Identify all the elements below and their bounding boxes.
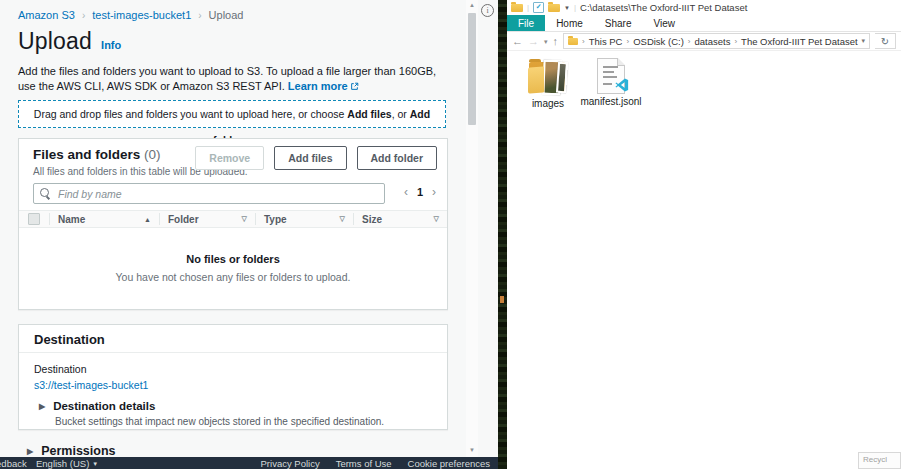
cookie-preferences-link[interactable]: Cookie preferences <box>408 458 490 469</box>
expand-arrow-icon: ▶ <box>27 447 33 456</box>
up-button[interactable]: ↑ <box>553 36 559 47</box>
back-button[interactable]: ← <box>512 36 523 47</box>
folder-icon <box>568 38 578 45</box>
images-folder-icon <box>526 58 570 96</box>
dropzone[interactable]: Drag and drop files and folders you want… <box>18 100 446 128</box>
window-title: C:\datasets\The Oxford-IIIT Pet Dataset <box>580 2 747 13</box>
prev-page-button[interactable]: ‹ <box>404 185 408 199</box>
item-label: manifest.jsonl <box>579 96 643 107</box>
s3-console-pane: Amazon S3 › test-images-bucket1 › Upload… <box>0 0 498 469</box>
vscode-icon <box>615 78 629 92</box>
customize-toolbar-icon[interactable]: ▼ <box>564 5 570 11</box>
filter-icon: ▽ <box>340 215 345 223</box>
sort-asc-icon: ▲ <box>144 216 151 223</box>
breadcrumb-current: Upload <box>209 9 244 21</box>
ribbon-tabs: File Home Share View <box>507 15 901 32</box>
filter-icon: ▽ <box>242 215 247 223</box>
empty-state-title: No files or folders <box>19 253 447 265</box>
tab-view[interactable]: View <box>643 15 687 31</box>
breadcrumb-bucket[interactable]: test-images-bucket1 <box>92 9 191 21</box>
page-title: Upload <box>18 28 92 55</box>
column-name[interactable]: Name ▲ <box>49 213 159 225</box>
feedback-link[interactable]: Feedback <box>0 458 27 469</box>
crumb-datasets[interactable]: datasets <box>695 36 731 47</box>
pagination: ‹ 1 › <box>404 185 436 199</box>
select-all-checkbox[interactable] <box>28 213 40 225</box>
page-number[interactable]: 1 <box>417 186 423 198</box>
destination-bucket-link[interactable]: s3://test-images-bucket1 <box>34 379 148 391</box>
info-circle-icon[interactable]: i <box>481 4 494 17</box>
file-explorer-window: | ✓ ▼ | C:\datasets\The Oxford-IIIT Pet … <box>507 0 901 469</box>
breadcrumb-separator: › <box>198 10 201 21</box>
recent-locations-icon[interactable]: ▾ <box>544 38 548 45</box>
list-item[interactable]: manifest.jsonl <box>579 58 643 107</box>
explorer-title-bar: | ✓ ▼ | C:\datasets\The Oxford-IIIT Pet … <box>507 0 901 15</box>
privacy-policy-link[interactable]: Privacy Policy <box>261 458 320 469</box>
external-link-icon <box>350 80 359 95</box>
screen: Amazon S3 › test-images-bucket1 › Upload… <box>0 0 901 469</box>
address-bar: ← → ▾ ↑ › This PC › OSDisk (C:) › datase… <box>507 32 901 51</box>
next-page-button[interactable]: › <box>432 185 436 199</box>
search-input[interactable] <box>33 183 385 204</box>
tab-home[interactable]: Home <box>545 15 594 31</box>
desktop-wallpaper-strip <box>498 0 507 469</box>
caret-down-icon: ▼ <box>92 461 98 467</box>
terms-of-use-link[interactable]: Terms of Use <box>336 458 392 469</box>
search-icon <box>40 188 49 197</box>
scrollbar[interactable]: ▲ ▼ <box>466 0 478 457</box>
address-path[interactable]: › This PC › OSDisk (C:) › datasets › The… <box>563 33 870 49</box>
tab-share[interactable]: Share <box>594 15 643 31</box>
expand-arrow-icon: ▶ <box>39 402 45 411</box>
wallpaper-detail <box>500 296 504 303</box>
tab-file[interactable]: File <box>507 15 545 31</box>
language-selector[interactable]: English (US)▼ <box>36 458 98 469</box>
add-folder-button[interactable]: Add folder <box>357 146 438 170</box>
breadcrumb-separator: › <box>82 10 85 21</box>
scroll-up-arrow[interactable]: ▲ <box>466 2 478 8</box>
new-folder-quick-access-icon[interactable] <box>548 4 560 12</box>
list-item[interactable]: images <box>519 58 577 109</box>
crumb-current-folder[interactable]: The Oxford-IIIT Pet Dataset <box>741 36 858 47</box>
add-files-button[interactable]: Add files <box>274 146 346 170</box>
crumb-osdisk[interactable]: OSDisk (C:) <box>633 36 684 47</box>
scroll-down-arrow[interactable]: ▼ <box>466 447 478 453</box>
column-type[interactable]: Type ▽ <box>255 213 353 225</box>
destination-details-note: Bucket settings that impact new objects … <box>55 416 384 427</box>
scrollbar-thumb[interactable] <box>468 13 476 125</box>
remove-button[interactable]: Remove <box>195 146 264 170</box>
refresh-button[interactable]: ↻ <box>875 33 896 49</box>
recycle-bin-fragment[interactable]: Recycl <box>858 452 901 469</box>
table-header: Name ▲ Folder ▽ Type ▽ Size ▽ <box>19 210 447 228</box>
breadcrumb-amazon-s3[interactable]: Amazon S3 <box>18 9 75 21</box>
console-footer: Feedback English (US)▼ Privacy Policy Te… <box>0 457 498 469</box>
filter-icon: ▽ <box>434 215 439 223</box>
folder-icon <box>511 4 523 12</box>
forward-button[interactable]: → <box>528 36 539 47</box>
permissions-section-toggle[interactable]: ▶ Permissions <box>27 444 116 458</box>
column-folder[interactable]: Folder ▽ <box>159 213 255 225</box>
intro-text: Add the files and folders you want to up… <box>18 64 447 95</box>
column-size[interactable]: Size ▽ <box>353 213 447 225</box>
info-link[interactable]: Info <box>101 39 121 51</box>
file-list-area[interactable]: images manifest.jsonl Recycl <box>507 51 901 469</box>
item-label: images <box>519 98 577 109</box>
files-count: (0) <box>144 147 161 162</box>
files-panel: Files and folders (0) All files and fold… <box>18 138 448 310</box>
address-dropdown-icon[interactable]: ▾ <box>862 37 866 45</box>
dropzone-add-files: Add files <box>347 108 391 120</box>
crumb-this-pc[interactable]: This PC <box>589 36 623 47</box>
destination-label: Destination <box>34 363 87 375</box>
destination-panel-title: Destination <box>34 332 105 347</box>
empty-state-subtitle: You have not chosen any files or folders… <box>19 271 447 283</box>
destination-panel: Destination Destination s3://test-images… <box>18 324 448 430</box>
jsonl-file-icon <box>597 58 625 94</box>
files-panel-title: Files and folders (0) <box>33 147 161 162</box>
breadcrumb: Amazon S3 › test-images-bucket1 › Upload <box>18 9 243 21</box>
properties-quick-access-icon[interactable]: ✓ <box>533 2 544 13</box>
learn-more-link[interactable]: Learn more <box>288 80 348 92</box>
destination-details-toggle[interactable]: ▶ Destination details <box>39 400 155 412</box>
